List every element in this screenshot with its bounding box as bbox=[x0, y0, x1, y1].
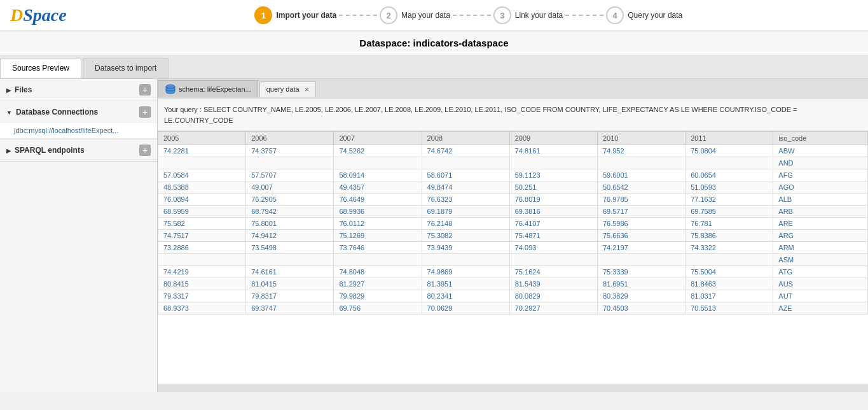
table-cell bbox=[597, 254, 685, 266]
table-row: AND bbox=[158, 157, 868, 169]
sparql-add-button[interactable]: + bbox=[139, 145, 151, 156]
table-cell: 60.0654 bbox=[685, 169, 773, 181]
table-header-row: 2005200620072008200920102011iso_code bbox=[158, 132, 868, 145]
sidebar-section-db-header[interactable]: Database Connections + bbox=[0, 101, 157, 123]
table-cell: 69.756 bbox=[334, 302, 422, 315]
wizard: 1 Import your data 2 Map your data 3 Lin… bbox=[79, 6, 858, 24]
table-row: 74.751774.941275.126975.308275.487175.66… bbox=[158, 230, 868, 242]
table-cell bbox=[685, 157, 773, 169]
schema-tab[interactable]: schema: lifeExpectan... bbox=[158, 80, 258, 97]
table-cell: AFG bbox=[773, 169, 868, 181]
sidebar-section-sparql-header[interactable]: SPARQL endpoints + bbox=[0, 139, 157, 161]
step-circle-1: 1 bbox=[254, 6, 272, 24]
wizard-step-4[interactable]: 4 Query your data bbox=[606, 6, 682, 24]
table-cell: AND bbox=[773, 157, 868, 169]
wizard-step-2[interactable]: 2 Map your data bbox=[380, 6, 450, 24]
horizontal-scrollbar[interactable] bbox=[158, 385, 868, 392]
table-cell: ABW bbox=[773, 145, 868, 157]
table-cell bbox=[509, 157, 597, 169]
table-cell: 74.952 bbox=[597, 145, 685, 157]
table-cell: ASM bbox=[773, 254, 868, 266]
table-row: 80.841581.041581.292781.395181.543981.69… bbox=[158, 278, 868, 290]
table-cell: 74.8048 bbox=[334, 266, 422, 278]
table-cell: 74.9869 bbox=[422, 266, 509, 278]
table-cell bbox=[422, 254, 509, 266]
table-cell: 69.5717 bbox=[597, 206, 685, 218]
wizard-step-3[interactable]: 3 Link your data bbox=[493, 6, 563, 24]
table-cell: 79.3317 bbox=[158, 290, 246, 302]
table-cell: ATG bbox=[773, 266, 868, 278]
table-cell: 75.1624 bbox=[509, 266, 597, 278]
table-cell: 68.9373 bbox=[158, 302, 246, 315]
col-header-2010: 2010 bbox=[597, 132, 685, 145]
table-cell: 76.6323 bbox=[422, 194, 509, 206]
table-cell: 76.4107 bbox=[509, 218, 597, 230]
table-row: 76.089476.290576.464976.632376.801976.97… bbox=[158, 194, 868, 206]
table-row: 74.421974.616174.804874.986975.162475.33… bbox=[158, 266, 868, 278]
table-cell: 76.781 bbox=[685, 218, 773, 230]
table-cell: 81.2927 bbox=[334, 278, 422, 290]
tab-sources-preview[interactable]: Sources Preview bbox=[0, 58, 81, 78]
table-cell: 76.5986 bbox=[597, 218, 685, 230]
sidebar-section-files-header[interactable]: Files + bbox=[0, 79, 157, 101]
table-cell: 74.3322 bbox=[685, 242, 773, 254]
table-cell: 49.4357 bbox=[334, 181, 422, 194]
table-cell: 59.1123 bbox=[509, 169, 597, 181]
table-cell: 75.1269 bbox=[334, 230, 422, 242]
db-title: Database Connections bbox=[6, 108, 98, 117]
main-layout: Files + Database Connections + jdbc:mysq… bbox=[0, 79, 868, 392]
table-row: 68.937369.374769.75670.062970.292770.450… bbox=[158, 302, 868, 315]
db-connection-item[interactable]: jdbc:mysql://localhost/lifeExpect... bbox=[0, 123, 157, 139]
table-cell: 75.582 bbox=[158, 218, 246, 230]
table-row: 73.288673.549873.764673.943974.09374.219… bbox=[158, 242, 868, 254]
tabs-bar: Sources Preview Datasets to import bbox=[0, 55, 868, 79]
table-cell: 69.3816 bbox=[509, 206, 597, 218]
table-cell: ARB bbox=[773, 206, 868, 218]
files-add-button[interactable]: + bbox=[139, 84, 151, 95]
data-table: 2005200620072008200920102011iso_code 74.… bbox=[158, 131, 868, 315]
table-row: 75.58275.800176.011276.214876.410776.598… bbox=[158, 218, 868, 230]
table-cell bbox=[246, 254, 334, 266]
table-cell: 81.0317 bbox=[685, 290, 773, 302]
table-cell: ARE bbox=[773, 218, 868, 230]
database-icon bbox=[165, 83, 176, 95]
db-label: Database Connections bbox=[16, 108, 98, 117]
col-header-2006: 2006 bbox=[246, 132, 334, 145]
dataspace-title: Dataspace: indicators-dataspace bbox=[0, 31, 868, 55]
table-cell: 80.2341 bbox=[422, 290, 509, 302]
sparql-label: SPARQL endpoints bbox=[15, 146, 85, 155]
tab-datasets-to-import[interactable]: Datasets to import bbox=[83, 58, 169, 78]
wizard-step-1[interactable]: 1 Import your data bbox=[254, 6, 336, 24]
query-tab-close-icon[interactable]: × bbox=[305, 85, 310, 94]
db-add-button[interactable]: + bbox=[139, 106, 151, 118]
table-cell: 69.3747 bbox=[246, 302, 334, 315]
table-cell bbox=[246, 157, 334, 169]
query-tab-label: query data bbox=[266, 85, 300, 93]
sidebar-section-db: Database Connections + jdbc:mysql://loca… bbox=[0, 101, 157, 139]
table-cell: 76.4649 bbox=[334, 194, 422, 206]
table-cell: 81.3951 bbox=[422, 278, 509, 290]
query-data-tab[interactable]: query data × bbox=[259, 81, 317, 97]
files-title: Files bbox=[6, 85, 32, 94]
step-circle-2: 2 bbox=[380, 6, 397, 24]
table-cell: AGO bbox=[773, 181, 868, 194]
col-header-2005: 2005 bbox=[158, 132, 246, 145]
table-cell: 57.0584 bbox=[158, 169, 246, 181]
data-table-container[interactable]: 2005200620072008200920102011iso_code 74.… bbox=[158, 131, 868, 385]
logo-space: Space bbox=[23, 5, 66, 25]
table-cell: 74.2197 bbox=[597, 242, 685, 254]
table-cell: 80.0829 bbox=[509, 290, 597, 302]
table-cell: 74.6742 bbox=[422, 145, 509, 157]
table-cell: 70.0629 bbox=[422, 302, 509, 315]
table-row: 57.058457.570758.091458.607159.112359.60… bbox=[158, 169, 868, 181]
table-cell bbox=[597, 157, 685, 169]
sidebar-section-files: Files + bbox=[0, 79, 157, 101]
step-circle-3: 3 bbox=[493, 6, 511, 24]
step-label-1: Import your data bbox=[276, 11, 336, 20]
table-cell: 70.5513 bbox=[685, 302, 773, 315]
table-row: 68.595968.794268.993669.187969.381669.57… bbox=[158, 206, 868, 218]
table-cell: 73.9439 bbox=[422, 242, 509, 254]
table-cell: 74.8161 bbox=[509, 145, 597, 157]
table-cell: 68.7942 bbox=[246, 206, 334, 218]
col-header-iso_code: iso_code bbox=[773, 132, 868, 145]
